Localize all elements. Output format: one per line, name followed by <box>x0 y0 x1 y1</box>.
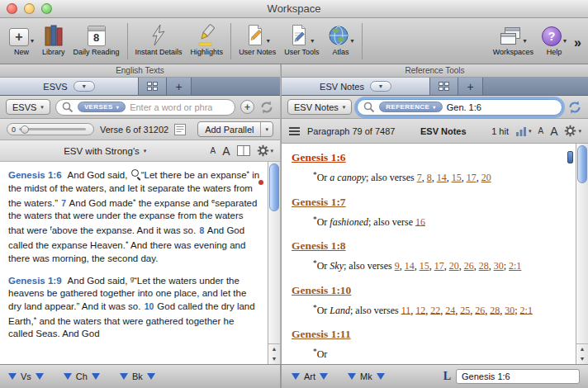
verse-link[interactable]: 26 <box>464 260 474 272</box>
minimize-window-button[interactable] <box>24 3 35 14</box>
note-heading[interactable]: Genesis 1:8 <box>292 239 569 253</box>
verse-link[interactable]: 2:1 <box>520 304 533 315</box>
toolbar-instant-details[interactable]: Instant Details <box>131 21 187 56</box>
tile-view-button[interactable] <box>139 78 167 95</box>
tab-esvs[interactable]: ESVS ▼ <box>0 78 139 95</box>
close-window-button[interactable] <box>7 3 17 14</box>
panes-icon[interactable] <box>237 145 250 156</box>
scroll-down-button[interactable]: ▼ <box>576 354 588 364</box>
search-input[interactable]: Gen. 1:6 <box>447 102 481 112</box>
note-heading[interactable]: Genesis 1:11 <box>292 328 569 341</box>
bible-text[interactable]: Genesis 1:6And God said, “Let there be a… <box>0 162 268 364</box>
verse-link[interactable]: 16 <box>415 215 425 227</box>
toolbar-help[interactable]: ?▾ Help <box>538 21 571 56</box>
tab-menu-button[interactable]: ▼ <box>370 81 391 92</box>
right-search-field[interactable]: REFERENCE▾ Gen. 1:6 <box>357 99 562 116</box>
add-tab-button[interactable]: + <box>167 78 192 95</box>
slider-thumb[interactable] <box>21 125 29 134</box>
settings-button[interactable]: ▾ <box>257 144 274 157</box>
tab-menu-button[interactable]: ▼ <box>74 81 95 92</box>
increase-font-button[interactable]: A <box>550 125 557 138</box>
toolbar-user-tools[interactable]: ▾ User Tools <box>280 21 323 56</box>
toolbar-highlights[interactable]: Highlights <box>187 21 228 56</box>
scroll-up-button[interactable]: ▲ <box>268 344 280 354</box>
settings-button[interactable]: ▾ <box>564 125 581 137</box>
note-heading[interactable]: Genesis 1:10 <box>292 284 569 297</box>
sync-icon[interactable] <box>567 100 582 115</box>
text-pane-icon[interactable] <box>174 124 186 135</box>
chevron-down-icon[interactable]: ▾ <box>260 122 273 136</box>
next-verse-button[interactable] <box>36 373 44 380</box>
verse-link[interactable]: 20 <box>449 260 459 272</box>
verse-link[interactable]: 11 <box>401 304 411 315</box>
toolbar-user-notes[interactable]: ▾ User Notes <box>235 21 280 56</box>
add-search-button[interactable]: + <box>240 100 254 114</box>
verse-link[interactable]: 14 <box>405 260 415 272</box>
verse-link[interactable]: 20 <box>481 172 491 183</box>
add-tab-button[interactable]: + <box>458 78 483 95</box>
toolbar-workspaces[interactable]: ▾ Workspaces <box>489 21 538 56</box>
notes-text[interactable]: Genesis 1:6 *Or a canopy; also verses 7,… <box>282 144 576 364</box>
search-input[interactable]: Enter a word or phra <box>130 102 212 112</box>
verse-link[interactable]: 24 <box>445 304 455 315</box>
scroll-down-button[interactable]: ▼ <box>268 354 280 364</box>
note-heading[interactable]: Genesis 1:6 <box>292 151 569 164</box>
verse-ref[interactable]: Genesis 1:9 <box>8 276 62 286</box>
prev-mark-button[interactable] <box>348 373 356 380</box>
toolbar-library[interactable]: Library <box>38 21 69 56</box>
left-scrollbar[interactable]: ▲ ▼ <box>268 162 280 364</box>
verse-link[interactable]: 26 <box>475 304 485 315</box>
verse-link[interactable]: 17 <box>434 260 444 272</box>
prev-book-button[interactable] <box>120 373 128 380</box>
verse-link[interactable]: 25 <box>460 304 470 315</box>
text-module-dropdown[interactable]: ESVS▾ <box>6 99 50 115</box>
list-icon[interactable] <box>288 126 301 136</box>
verse-link[interactable]: 22 <box>430 304 440 315</box>
decrease-font-button[interactable]: A <box>538 126 543 135</box>
next-mark-button[interactable] <box>377 373 385 380</box>
next-chapter-button[interactable] <box>92 373 100 380</box>
hits-graph-button[interactable]: ▾ <box>515 126 532 136</box>
verse-link[interactable]: 28 <box>479 260 489 272</box>
toolbar-new[interactable]: +▾ New <box>5 21 38 56</box>
search-mode-pill[interactable]: REFERENCE▾ <box>379 102 442 112</box>
increase-font-button[interactable]: A <box>222 144 230 158</box>
tool-module-dropdown[interactable]: ESV Notes▾ <box>287 99 352 115</box>
bookmark-icon[interactable] <box>567 151 573 163</box>
verse-ref[interactable]: Genesis 1:6 <box>8 170 62 180</box>
verse-link[interactable]: 30 <box>494 260 504 272</box>
verse-link[interactable]: 12 <box>415 304 425 315</box>
tile-view-button[interactable] <box>430 78 458 95</box>
verse-link[interactable]: 30 <box>505 304 514 315</box>
prev-verse-button[interactable] <box>8 373 17 380</box>
zoom-window-button[interactable] <box>41 3 52 14</box>
decrease-font-button[interactable]: A <box>210 146 216 155</box>
slider-track[interactable] <box>19 128 86 130</box>
next-article-button[interactable] <box>320 373 328 380</box>
toolbar-atlas[interactable]: ▾ Atlas <box>324 21 358 56</box>
add-parallel-button[interactable]: Add Parallel ▾ <box>197 121 273 137</box>
left-search-field[interactable]: VERSES▾ Enter a word or phra <box>55 99 235 116</box>
tab-esv-notes[interactable]: ESV Notes ▼ <box>282 78 430 95</box>
right-scrollbar[interactable]: ▲ ▼ <box>576 144 588 364</box>
prev-chapter-button[interactable] <box>64 373 72 380</box>
scroll-up-button[interactable]: ▲ <box>576 344 588 354</box>
next-book-button[interactable] <box>147 373 155 380</box>
toolbar-overflow-chevron[interactable]: » <box>571 35 585 50</box>
search-mode-pill[interactable]: VERSES▾ <box>78 102 126 112</box>
goto-reference-input[interactable]: Genesis 1:6 <box>456 369 580 384</box>
sync-icon[interactable] <box>259 100 274 115</box>
verse-link[interactable]: 28 <box>490 304 500 315</box>
verse-slider[interactable]: 0 <box>7 123 94 135</box>
scrollbar-thumb[interactable] <box>269 163 279 211</box>
verse-link[interactable]: 2:1 <box>509 260 521 272</box>
translation-selector[interactable]: ESV with Strong's▾ <box>64 146 146 156</box>
prev-article-button[interactable] <box>292 373 300 380</box>
verse-link[interactable]: 14 <box>437 172 447 183</box>
scrollbar-thumb[interactable] <box>577 145 587 183</box>
verse-link[interactable]: 15 <box>452 172 462 183</box>
note-heading[interactable]: Genesis 1:7 <box>292 196 569 209</box>
verse-link[interactable]: 15 <box>420 260 429 272</box>
verse-link[interactable]: 17 <box>467 172 477 183</box>
toolbar-daily-reading[interactable]: 8 Daily Reading <box>69 21 124 56</box>
